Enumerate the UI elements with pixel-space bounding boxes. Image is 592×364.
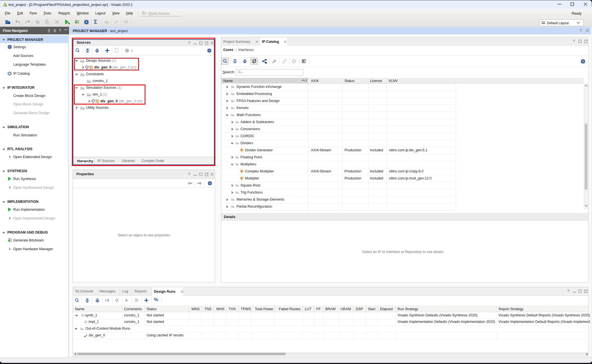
- svg-text:10: 10: [77, 22, 79, 24]
- svg-text:01: 01: [77, 20, 79, 22]
- svg-text:01: 01: [10, 238, 12, 240]
- svg-text:10: 10: [10, 240, 12, 242]
